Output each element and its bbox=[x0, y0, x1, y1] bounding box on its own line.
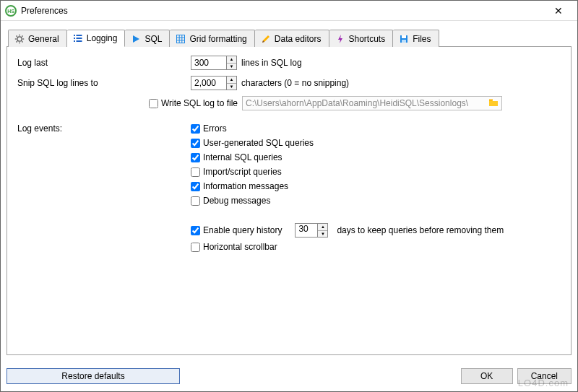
svg-rect-11 bbox=[74, 35, 75, 36]
preferences-window: HS Preferences ✕ General Logging bbox=[0, 0, 578, 392]
tab-strip: General Logging SQL Grid formatting bbox=[7, 30, 571, 47]
button-bar: Restore defaults OK Cancel bbox=[7, 368, 571, 384]
tab-label: Files bbox=[413, 34, 431, 44]
log-last-value[interactable] bbox=[191, 56, 226, 69]
gear-icon bbox=[14, 34, 25, 44]
tab-label: General bbox=[28, 34, 59, 44]
svg-rect-28 bbox=[402, 40, 406, 43]
folder-icon[interactable] bbox=[488, 98, 499, 109]
event-internal_sql-label: Internal SQL queries bbox=[203, 152, 282, 162]
svg-rect-13 bbox=[74, 40, 75, 42]
event-user_sql-checkbox[interactable]: User-generated SQL queries bbox=[191, 138, 561, 148]
spinner[interactable]: ▲▼ bbox=[317, 224, 327, 237]
event-errors-checkbox[interactable]: Errors bbox=[191, 123, 561, 134]
event-debug-label: Debug messages bbox=[203, 196, 270, 206]
tab-general[interactable]: General bbox=[8, 30, 67, 47]
tab-label: Data editors bbox=[275, 34, 322, 44]
log-last-input[interactable]: ▲▼ bbox=[191, 56, 237, 70]
history-checkbox[interactable] bbox=[191, 226, 200, 235]
event-internal_sql-input[interactable] bbox=[191, 153, 200, 162]
svg-marker-25 bbox=[338, 35, 342, 43]
window-title: Preferences bbox=[21, 6, 544, 16]
tab-logging[interactable]: Logging bbox=[67, 30, 126, 47]
hscroll-check-input[interactable] bbox=[191, 243, 200, 252]
history-label: Enable query history bbox=[203, 225, 282, 235]
svg-rect-27 bbox=[402, 35, 406, 38]
event-info-checkbox[interactable]: Information messages bbox=[191, 181, 561, 191]
tab-files[interactable]: Files bbox=[393, 30, 439, 47]
write-log-checkbox[interactable]: Write SQL log to file bbox=[149, 98, 238, 108]
svg-line-7 bbox=[17, 35, 17, 36]
svg-rect-29 bbox=[489, 99, 493, 100]
bolt-icon bbox=[335, 34, 345, 44]
event-debug-checkbox[interactable]: Debug messages bbox=[191, 196, 561, 206]
svg-line-10 bbox=[17, 41, 17, 42]
tab-sql[interactable]: SQL bbox=[125, 30, 170, 47]
tab-grid[interactable]: Grid formatting bbox=[170, 30, 254, 47]
event-errors-input[interactable] bbox=[191, 124, 200, 134]
svg-marker-17 bbox=[133, 35, 139, 43]
history-days-input[interactable]: ▲▼ bbox=[295, 223, 328, 238]
write-log-label: Write SQL log to file bbox=[161, 98, 238, 108]
svg-text:HS: HS bbox=[7, 9, 14, 14]
tab-label: Grid formatting bbox=[189, 34, 246, 44]
client-area: General Logging SQL Grid formatting bbox=[7, 30, 571, 357]
log-events-group: ErrorsUser-generated SQL queriesInternal… bbox=[191, 123, 561, 210]
close-button[interactable]: ✕ bbox=[544, 2, 573, 19]
spinner[interactable]: ▲▼ bbox=[226, 56, 236, 69]
svg-line-9 bbox=[22, 35, 22, 36]
titlebar: HS Preferences ✕ bbox=[1, 1, 577, 21]
event-info-label: Information messages bbox=[203, 181, 288, 191]
event-import-input[interactable] bbox=[191, 167, 200, 177]
event-import-checkbox[interactable]: Import/script queries bbox=[191, 167, 561, 177]
event-user_sql-label: User-generated SQL queries bbox=[203, 138, 314, 148]
snip-value[interactable] bbox=[191, 77, 226, 90]
snip-input[interactable]: ▲▼ bbox=[191, 76, 237, 90]
tab-label: Shortcuts bbox=[349, 34, 386, 44]
tab-label: Logging bbox=[87, 33, 118, 43]
hscroll-checkbox[interactable]: Horizontal scrollbar bbox=[191, 242, 561, 252]
svg-rect-12 bbox=[74, 38, 75, 39]
list-icon bbox=[73, 33, 83, 43]
log-last-unit: lines in SQL log bbox=[241, 58, 302, 68]
play-icon bbox=[131, 34, 141, 44]
log-file-path-box[interactable]: C:\Users\ahorn\AppData\Roaming\HeidiSQL\… bbox=[242, 96, 502, 110]
log-file-path: C:\Users\ahorn\AppData\Roaming\HeidiSQL\… bbox=[246, 98, 468, 108]
app-icon: HS bbox=[5, 5, 17, 17]
spinner[interactable]: ▲▼ bbox=[226, 77, 236, 90]
grid-icon bbox=[176, 34, 186, 44]
event-info-input[interactable] bbox=[191, 182, 200, 191]
restore-defaults-button[interactable]: Restore defaults bbox=[7, 368, 180, 384]
event-import-label: Import/script queries bbox=[203, 167, 282, 177]
svg-rect-16 bbox=[76, 40, 82, 42]
enable-history-row: Enable query history ▲▼ days to keep que… bbox=[191, 223, 561, 238]
svg-point-2 bbox=[17, 36, 22, 40]
ok-button[interactable]: OK bbox=[461, 368, 513, 384]
event-errors-label: Errors bbox=[203, 123, 227, 134]
write-log-check-input[interactable] bbox=[149, 99, 158, 108]
pencil-icon bbox=[261, 34, 271, 44]
tab-label: SQL bbox=[144, 34, 162, 44]
event-user_sql-input[interactable] bbox=[191, 139, 200, 148]
logging-page: Log last ▲▼ lines in SQL log Snip SQL lo… bbox=[7, 47, 571, 355]
log-last-label: Log last bbox=[17, 58, 191, 68]
tab-data-editors[interactable]: Data editors bbox=[255, 30, 329, 47]
snip-unit: characters (0 = no snipping) bbox=[241, 78, 349, 88]
history-unit: days to keep queries before removing the… bbox=[337, 225, 504, 235]
log-events-label: Log events: bbox=[17, 123, 191, 134]
floppy-icon bbox=[399, 34, 409, 44]
snip-label: Snip SQL log lines to bbox=[17, 78, 191, 88]
svg-rect-14 bbox=[76, 35, 82, 36]
hscroll-label: Horizontal scrollbar bbox=[203, 242, 277, 252]
svg-line-8 bbox=[22, 41, 22, 42]
event-debug-input[interactable] bbox=[191, 196, 200, 206]
tab-shortcuts[interactable]: Shortcuts bbox=[329, 30, 394, 47]
svg-rect-15 bbox=[76, 38, 82, 39]
event-internal_sql-checkbox[interactable]: Internal SQL queries bbox=[191, 152, 561, 162]
svg-rect-18 bbox=[177, 35, 185, 43]
history-days-value[interactable] bbox=[296, 224, 317, 233]
watermark: LO4D.com bbox=[518, 378, 569, 388]
